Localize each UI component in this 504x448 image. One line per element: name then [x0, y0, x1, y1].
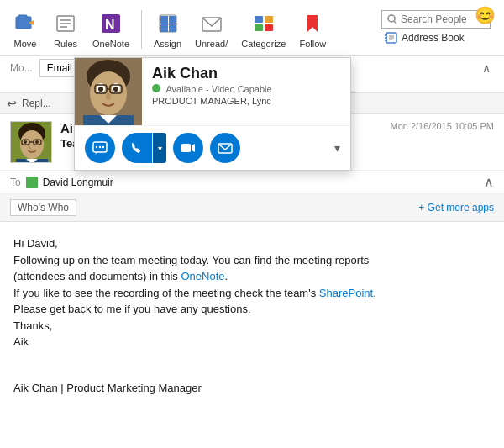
email-label: Email: [47, 62, 72, 74]
follow-button[interactable]: Follow: [294, 7, 331, 52]
svg-rect-1: [18, 15, 27, 18]
rules-label: Rules: [54, 39, 77, 49]
onenote-icon: N: [97, 10, 124, 37]
email-paragraph-1: Following up on the team meeting today. …: [13, 252, 491, 318]
im-button[interactable]: [85, 133, 115, 163]
contact-title: PRODUCT MANAGER, Lync: [152, 96, 340, 106]
svg-rect-10: [160, 16, 168, 24]
svg-rect-23: [385, 34, 387, 36]
svg-point-36: [113, 87, 118, 92]
email-signature: Aik Chan | Product Marketing Manager: [13, 364, 491, 397]
svg-point-57: [24, 140, 27, 144]
contact-header: Aik Chan Available - Video Capable PRODU…: [75, 58, 350, 125]
reply-label: Repl...: [22, 98, 51, 109]
svg-point-35: [98, 87, 103, 92]
whos-who-bar: Who's Who + Get more apps: [0, 194, 504, 222]
expand-contact-button[interactable]: ▾: [334, 141, 340, 155]
mo-label: Mo...: [7, 62, 36, 74]
search-icon: [387, 14, 397, 24]
video-button[interactable]: [173, 133, 203, 163]
svg-rect-13: [169, 24, 176, 32]
to-avatar-small: [26, 177, 38, 188]
svg-marker-19: [307, 15, 318, 32]
move-label: Move: [14, 39, 37, 49]
onenote-button[interactable]: N OneNote: [87, 7, 134, 52]
onenote-link[interactable]: OneNote: [181, 270, 224, 282]
sender-avatar: [10, 121, 52, 163]
svg-point-37: [106, 93, 111, 100]
call-button[interactable]: [122, 133, 152, 163]
email-thanks: Thanks,: [13, 318, 491, 335]
contact-actions: ▾ ▾: [75, 125, 350, 170]
separator-1: [141, 10, 142, 49]
svg-point-45: [99, 146, 101, 148]
reply-icon: ↩: [7, 97, 17, 110]
contact-info: Aik Chan Available - Video Capable PRODU…: [142, 58, 350, 125]
search-input[interactable]: [401, 13, 485, 25]
svg-rect-48: [181, 144, 191, 152]
svg-rect-16: [265, 16, 273, 23]
svg-rect-11: [169, 16, 176, 24]
assign-icon: [155, 10, 181, 37]
svg-point-44: [96, 146, 97, 148]
svg-marker-49: [192, 144, 195, 152]
svg-point-46: [102, 146, 104, 148]
address-book-button[interactable]: Address Book: [381, 30, 491, 45]
to-name: David Longmuir: [43, 177, 113, 188]
contact-avatar: [75, 58, 142, 125]
contact-name: Aik Chan: [152, 65, 340, 82]
to-collapse-button[interactable]: ∧: [484, 174, 494, 190]
move-icon: [12, 10, 39, 37]
svg-rect-18: [265, 24, 273, 31]
email-sign-name: Aik: [13, 334, 491, 350]
svg-rect-25: [385, 40, 387, 41]
rules-icon: [52, 10, 79, 37]
svg-rect-12: [160, 24, 168, 32]
svg-point-58: [35, 140, 39, 144]
move-button[interactable]: Move: [7, 7, 44, 52]
follow-label: Follow: [300, 39, 327, 49]
sharepoint-link[interactable]: SharePoint: [319, 287, 373, 299]
call-group: ▾: [122, 133, 166, 163]
email-action-button[interactable]: [210, 133, 240, 163]
get-more-apps-button[interactable]: + Get more apps: [418, 202, 494, 213]
collapse-ribbon-button[interactable]: ∧: [475, 61, 497, 75]
svg-line-21: [394, 21, 396, 24]
address-book-label: Address Book: [402, 32, 465, 44]
video-icon: [181, 140, 196, 155]
whos-who-label[interactable]: Who's Who: [10, 199, 76, 216]
svg-rect-24: [385, 37, 387, 39]
call-dropdown-button[interactable]: ▾: [153, 133, 166, 163]
categorize-button[interactable]: Categorize: [236, 7, 291, 52]
svg-rect-17: [255, 24, 263, 31]
email-greeting: Hi David,: [13, 235, 491, 252]
unread-icon: [198, 10, 225, 37]
assign-button[interactable]: Assign: [149, 7, 186, 52]
unread-button[interactable]: Unread/: [190, 7, 233, 52]
smiley-icon: 😊: [475, 5, 496, 25]
address-book-icon: [385, 32, 398, 44]
svg-point-20: [388, 15, 395, 22]
categorize-label: Categorize: [241, 39, 286, 49]
contact-popup: Aik Chan Available - Video Capable PRODU…: [74, 57, 351, 171]
categorize-icon: [250, 10, 277, 37]
email-body: Hi David, Following up on the team meeti…: [0, 222, 504, 410]
phone-icon: [129, 140, 144, 155]
to-label: To: [10, 177, 21, 188]
svg-rect-15: [255, 16, 263, 23]
rules-button[interactable]: Rules: [47, 7, 84, 52]
to-bar: To David Longmuir ∧: [0, 171, 504, 194]
im-icon: [92, 140, 108, 155]
assign-label: Assign: [154, 39, 181, 49]
status-dot: [152, 84, 160, 92]
follow-icon: [299, 10, 326, 37]
onenote-label: OneNote: [92, 39, 129, 49]
unread-label: Unread/: [195, 39, 228, 49]
email-action-icon: [218, 140, 233, 155]
svg-text:N: N: [105, 18, 115, 32]
contact-status: Available - Video Capable: [152, 84, 340, 94]
email-timestamp: Mon 2/16/2015 10:05 PM: [390, 121, 494, 131]
